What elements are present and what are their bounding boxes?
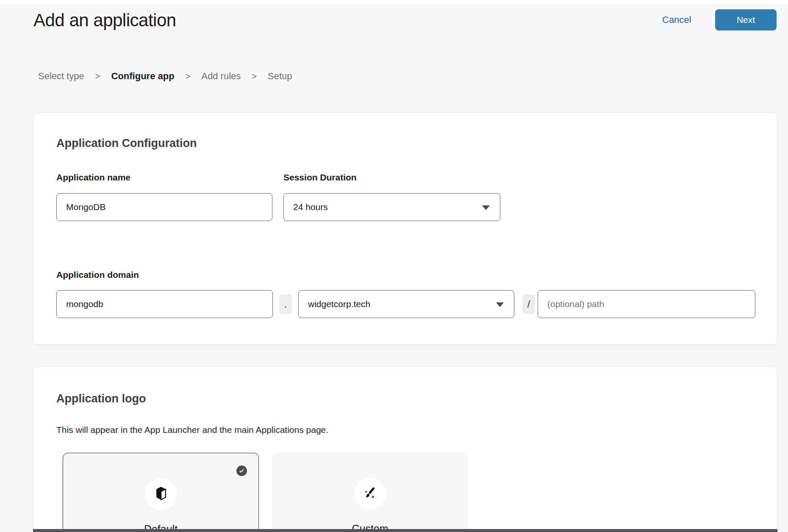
session-duration-select[interactable]: 24 hours <box>283 193 500 221</box>
breadcrumb-separator: > <box>186 72 191 81</box>
application-logo-description: This will appear in the App Launcher and… <box>56 425 328 435</box>
chevron-down-icon <box>496 302 504 307</box>
breadcrumb-step-add-rules[interactable]: Add rules <box>201 71 241 82</box>
domain-select[interactable]: widgetcorp.tech <box>298 290 514 318</box>
breadcrumb-separator: > <box>252 72 257 81</box>
application-configuration-card: Application Configuration Application na… <box>33 112 777 345</box>
default-logo-circle <box>145 478 177 510</box>
chevron-down-icon <box>482 205 490 210</box>
logo-option-default[interactable]: Default <box>63 453 259 532</box>
breadcrumb-step-configure-app[interactable]: Configure app <box>111 71 175 82</box>
application-name-label: Application name <box>56 172 130 183</box>
page-title: Add an application <box>33 10 176 30</box>
domain-select-value: widgetcorp.tech <box>308 299 370 309</box>
custom-logo-circle <box>354 478 386 510</box>
cube-icon <box>153 485 169 504</box>
logo-option-custom[interactable]: Custom <box>272 453 468 532</box>
cancel-button[interactable]: Cancel <box>662 14 691 25</box>
session-duration-label: Session Duration <box>283 172 357 183</box>
application-domain-label: Application domain <box>56 270 139 280</box>
top-nav-edge <box>0 0 788 4</box>
paintbrush-icon <box>362 485 379 503</box>
slash-separator: / <box>522 294 535 314</box>
application-configuration-heading: Application Configuration <box>56 137 197 150</box>
selected-check-icon <box>236 466 247 476</box>
dot-separator: . <box>279 294 292 314</box>
application-logo-heading: Application logo <box>56 392 146 405</box>
breadcrumb-separator: > <box>95 72 100 81</box>
breadcrumb-step-setup[interactable]: Setup <box>268 71 292 82</box>
session-duration-value: 24 hours <box>293 202 328 212</box>
next-button[interactable]: Next <box>715 9 777 30</box>
bottom-edge-bar <box>33 529 777 532</box>
application-name-input[interactable] <box>56 193 272 221</box>
breadcrumb-step-select-type[interactable]: Select type <box>38 71 84 82</box>
subdomain-input[interactable] <box>56 290 273 318</box>
breadcrumb: Select type > Configure app > Add rules … <box>38 70 292 82</box>
application-logo-card: Application logo This will appear in the… <box>33 366 777 532</box>
path-input[interactable] <box>538 290 755 318</box>
